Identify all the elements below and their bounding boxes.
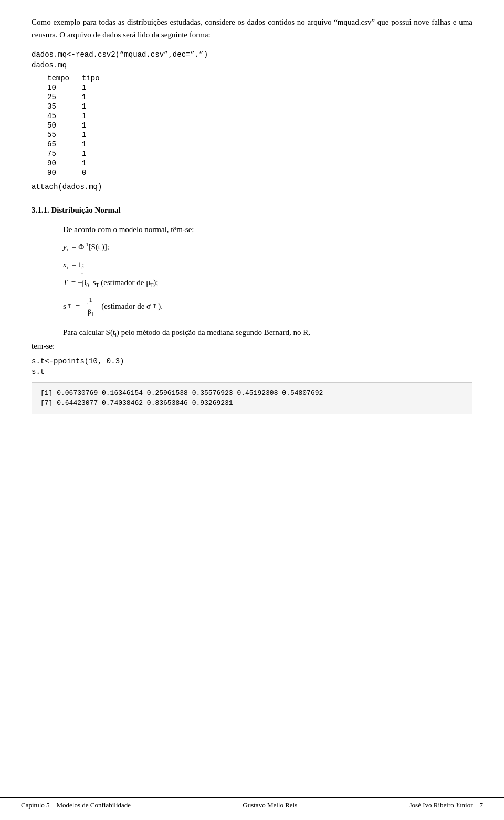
code-line1: dados.mq<-read.csv2(“mquad.csv”,dec=”.”) [32,50,472,59]
cell-tipo: 1 [82,149,112,159]
table-row: 751 [47,149,112,159]
cell-tipo: 1 [82,111,112,121]
formula1-line: yi = Φ-1[S(ti)]; [63,240,472,254]
cell-tipo: 1 [82,83,112,92]
page-footer: Capítulo 5 – Modelos de Confiabilidade G… [0,797,504,810]
cell-tempo: 50 [47,121,82,130]
cell-tempo: 55 [47,130,82,140]
table-row: 351 [47,102,112,111]
cell-tempo: 65 [47,140,82,149]
formula2-line: xi = ti; [63,258,472,272]
cell-tempo: 90 [47,159,82,168]
formula2: xi = ti; [63,258,84,272]
cell-tempo: 35 [47,102,82,111]
formula1: yi = Φ-1[S(ti)]; [63,240,109,254]
cell-tempo: 45 [47,111,82,121]
code-output: [1] 0.06730769 0.16346154 0.25961538 0.3… [32,382,472,414]
section-intro: De acordo com o modelo normal, têm-se: [63,223,472,236]
output-line2: [7] 0.64423077 0.74038462 0.83653846 0.9… [40,398,464,408]
section-heading: 3.1.1. Distribuição Normal [32,206,472,215]
tem-se-label: tem-se: [32,342,472,351]
formula4: sT = 1 β̂ 1 (estimador de σT). [63,294,163,319]
formula3-line: T = −β̂0 sT (estimador de μT); [63,276,472,290]
table-row: 501 [47,121,112,130]
col-header-tipo: tipo [82,73,112,83]
col-header-tempo: tempo [47,73,82,83]
cell-tipo: 0 [82,168,112,177]
code-section: dados.mq<-read.csv2(“mquad.csv”,dec=”.”)… [32,50,472,69]
st-code1: s.t<-ppoints(10, 0.3) [32,357,472,365]
footer-right: José Ivo Ribeiro Júnior 7 [410,801,483,810]
intro-paragraph1: Como exemplo para todas as distribuições… [32,16,472,41]
formula3: T = −β̂0 sT (estimador de μT); [63,276,159,290]
cell-tempo: 25 [47,92,82,102]
table-row: 551 [47,130,112,140]
attach-code: attach(dados.mq) [32,183,472,191]
section-body: De acordo com o modelo normal, têm-se: y… [63,223,472,340]
formula4-line: sT = 1 β̂ 1 (estimador de σT). [63,294,472,319]
attach-line: attach(dados.mq) [32,183,472,191]
section-para: Para calcular S(ti) pelo método da posiç… [63,326,472,340]
footer-center: Gustavo Mello Reis [243,801,297,810]
cell-tipo: 1 [82,92,112,102]
table-row: 651 [47,140,112,149]
output-line1: [1] 0.06730769 0.16346154 0.25961538 0.3… [40,388,464,398]
st-code2: s.t [32,367,472,376]
cell-tempo: 10 [47,83,82,92]
cell-tempo: 90 [47,168,82,177]
table-row: 451 [47,111,112,121]
footer-left: Capítulo 5 – Modelos de Confiabilidade [21,801,131,810]
table-row: 251 [47,92,112,102]
code-line2: dados.mq [32,61,472,69]
cell-tipo: 1 [82,102,112,111]
table-row: 901 [47,159,112,168]
cell-tempo: 75 [47,149,82,159]
cell-tipo: 1 [82,121,112,130]
cell-tipo: 1 [82,140,112,149]
code-st-section: s.t<-ppoints(10, 0.3) s.t [32,357,472,376]
table-row: 101 [47,83,112,92]
cell-tipo: 1 [82,130,112,140]
cell-tipo: 1 [82,159,112,168]
page: Como exemplo para todas as distribuições… [0,0,504,820]
table-row: 900 [47,168,112,177]
dados-table: tempo tipo 10125135145150155165175190190… [47,73,472,177]
